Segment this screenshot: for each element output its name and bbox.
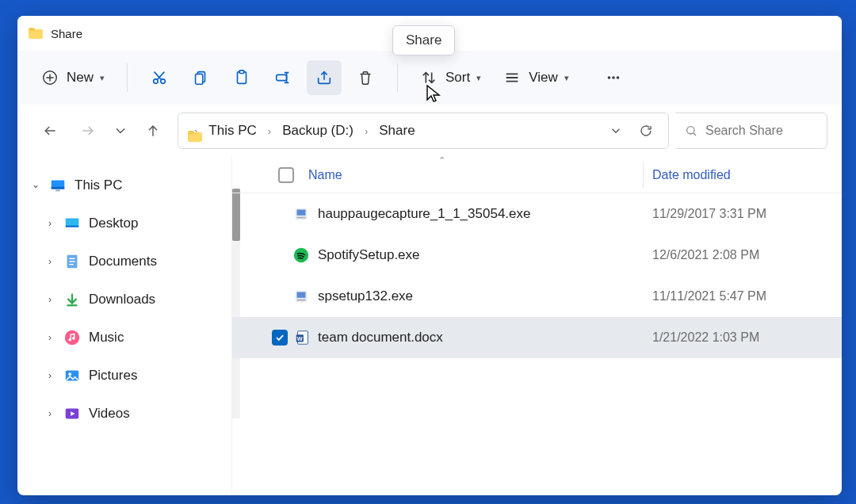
svg-point-21: [607, 76, 610, 79]
share-button[interactable]: [307, 60, 342, 95]
svg-point-40: [65, 330, 79, 345]
column-header-name[interactable]: Name: [308, 168, 342, 182]
new-label: New: [67, 70, 94, 86]
svg-point-22: [612, 76, 615, 79]
file-date: 11/29/2017 3:31 PM: [652, 207, 766, 221]
svg-point-44: [68, 372, 71, 376]
breadcrumb-separator: ›: [363, 125, 369, 137]
tree-label: Music: [89, 330, 124, 346]
svg-rect-30: [52, 187, 65, 189]
breadcrumb-drive[interactable]: Backup (D:): [277, 120, 358, 142]
more-button[interactable]: [596, 60, 631, 95]
column-headers: ⌃ Name Date modified: [232, 157, 842, 193]
back-button[interactable]: [36, 117, 63, 144]
svg-rect-53: [297, 300, 306, 301]
music-icon: [63, 329, 81, 346]
file-row[interactable]: W team document.docx 1/21/2022 1:03 PM: [232, 317, 842, 358]
svg-point-42: [72, 337, 75, 340]
file-date: 1/21/2022 1:03 PM: [652, 330, 759, 345]
file-list-area: ⌃ Name Date modified hauppaugecapture_1_…: [231, 157, 842, 495]
tree-label: Desktop: [89, 216, 138, 231]
new-button[interactable]: New ▾: [33, 60, 113, 95]
svg-point-50: [294, 248, 308, 262]
copy-button[interactable]: [183, 60, 218, 95]
select-all-checkbox[interactable]: [278, 167, 294, 183]
chevron-right-icon: ›: [44, 256, 55, 267]
svg-rect-8: [196, 74, 203, 84]
folder-icon: [29, 28, 43, 39]
file-rows: hauppaugecapture_1_1_35054.exe 11/29/201…: [232, 193, 842, 358]
address-dropdown-button[interactable]: [603, 118, 629, 143]
column-header-date[interactable]: Date modified: [652, 168, 731, 182]
cut-button[interactable]: [142, 60, 177, 95]
chevron-right-icon: ›: [44, 408, 55, 419]
sort-indicator-icon: ⌃: [438, 155, 445, 166]
chevron-down-icon: ▾: [564, 73, 569, 83]
documents-icon: [63, 253, 81, 270]
search-icon: [685, 124, 697, 137]
breadcrumb-this-pc[interactable]: This PC: [204, 120, 261, 142]
sort-button[interactable]: Sort ▾: [412, 60, 489, 95]
tree-item-desktop[interactable]: › Desktop: [24, 204, 225, 242]
file-name: spsetup132.exe: [318, 288, 413, 304]
file-row[interactable]: spsetup132.exe 11/11/2021 5:47 PM: [232, 276, 842, 317]
file-date: 11/11/2021 5:47 PM: [652, 289, 766, 304]
tree-label: Downloads: [89, 292, 155, 307]
tree-item-this-pc[interactable]: ⌄ This PC: [24, 166, 225, 204]
file-name: hauppaugecapture_1_1_35054.exe: [318, 206, 530, 222]
tree-label: Pictures: [89, 368, 137, 384]
explorer-body: ⌄ This PC › Desktop › Documents: [17, 157, 842, 495]
desktop-icon: [63, 215, 81, 232]
forward-button[interactable]: [75, 117, 101, 144]
tree-item-documents[interactable]: › Documents: [24, 242, 225, 281]
refresh-button[interactable]: [633, 118, 659, 143]
breadcrumb-separator: ›: [266, 125, 273, 137]
svg-line-28: [694, 133, 696, 136]
navigation-pane: ⌄ This PC › Desktop › Documents: [17, 157, 231, 495]
file-date: 12/6/2021 2:08 PM: [652, 248, 759, 262]
share-tooltip: Share: [392, 25, 455, 55]
downloads-icon: [63, 291, 81, 308]
tree-item-videos[interactable]: › Videos: [24, 395, 225, 433]
file-name: SpotifySetup.exe: [318, 247, 420, 263]
tree-label: This PC: [75, 178, 122, 193]
address-bar[interactable]: › This PC › Backup (D:) › Share: [178, 113, 669, 149]
spotify-icon: [292, 246, 310, 264]
pc-icon: [49, 177, 67, 194]
exe-icon: [292, 288, 310, 305]
svg-point-27: [687, 127, 694, 134]
search-input[interactable]: [705, 124, 816, 138]
svg-text:W: W: [297, 335, 303, 342]
paste-button[interactable]: [224, 60, 259, 95]
tree-item-pictures[interactable]: › Pictures: [24, 357, 225, 395]
svg-rect-52: [297, 292, 306, 298]
file-row[interactable]: hauppaugecapture_1_1_35054.exe 11/29/201…: [232, 193, 842, 235]
view-label: View: [529, 70, 558, 86]
chevron-right-icon: ›: [44, 294, 55, 305]
svg-rect-10: [239, 71, 244, 74]
chevron-right-icon: ›: [44, 332, 55, 343]
sort-label: Sort: [445, 70, 470, 86]
tree-item-downloads[interactable]: › Downloads: [24, 281, 225, 319]
tree-label: Documents: [89, 254, 157, 269]
pictures-icon: [63, 367, 81, 384]
svg-rect-49: [297, 217, 306, 219]
file-row[interactable]: SpotifySetup.exe 12/6/2021 2:08 PM: [232, 235, 842, 276]
chevron-down-icon: ⌄: [30, 179, 41, 190]
rename-button[interactable]: [266, 60, 300, 95]
search-box[interactable]: [675, 113, 827, 149]
file-checkbox[interactable]: [272, 330, 288, 346]
view-button[interactable]: View ▾: [495, 60, 577, 95]
chevron-right-icon: ›: [44, 218, 55, 229]
tree-item-music[interactable]: › Music: [24, 319, 225, 357]
delete-button[interactable]: [348, 60, 383, 95]
up-button[interactable]: [139, 117, 166, 144]
svg-rect-11: [277, 74, 287, 80]
recent-locations-button[interactable]: [113, 117, 128, 144]
toolbar: New ▾ Sort ▾ View ▾: [17, 51, 842, 105]
svg-point-23: [616, 76, 619, 79]
tree-label: Videos: [89, 406, 130, 422]
navigation-row: › This PC › Backup (D:) › Share: [17, 105, 842, 157]
chevron-down-icon: ▾: [100, 73, 105, 83]
breadcrumb-folder[interactable]: Share: [374, 120, 419, 142]
